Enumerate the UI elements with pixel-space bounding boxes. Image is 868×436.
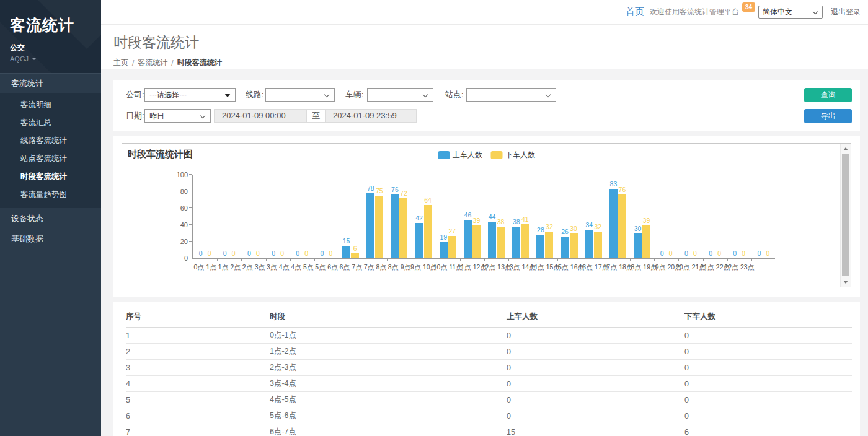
chevron-down-icon — [813, 9, 818, 14]
x-axis-tick-mark — [533, 259, 533, 261]
table-row[interactable]: 76点-7点156 — [126, 424, 852, 436]
table-column-header: 时段 — [270, 312, 507, 322]
x-axis-tick-mark — [290, 259, 291, 261]
sidebar-section[interactable]: 设备状态 — [0, 208, 101, 229]
sidebar-section-passenger-stats[interactable]: 客流统计 — [0, 73, 101, 93]
table-cell: 0 — [507, 380, 684, 388]
table-cell: 0 — [507, 412, 684, 421]
language-select[interactable]: 简体中文 — [758, 6, 823, 19]
sidebar-subitem[interactable]: 客流汇总 — [0, 114, 101, 132]
logout-link[interactable]: 退出登录 — [831, 7, 861, 17]
export-button[interactable]: 导出 — [804, 109, 852, 123]
table-row[interactable]: 54点-5点00 — [126, 392, 852, 408]
content: 公司: ---请选择--- 线路: 车辆: 站点: — [101, 69, 868, 436]
breadcrumb-item: 时段客流统计 — [177, 58, 222, 68]
welcome-text: 欢迎使用客流统计管理平台 — [650, 7, 739, 17]
scroll-up-icon[interactable] — [841, 144, 851, 154]
table-cell: 6 — [684, 428, 852, 436]
chart-box: 时段车流统计图 上车人数下车人数 020406080100000点-1点001点… — [122, 143, 851, 287]
chart-vertical-scrollbar[interactable] — [840, 144, 851, 287]
y-axis-tick-label: 60 — [164, 204, 188, 212]
table-cell: 4点-5点 — [270, 395, 507, 405]
date-preset-select[interactable]: 昨日 — [144, 109, 211, 123]
x-axis-tick-mark — [460, 259, 461, 261]
sidebar-section[interactable]: 基础数据 — [0, 229, 101, 249]
breadcrumb: 主页/客流统计/时段客流统计 — [113, 58, 868, 68]
bar-value-label: 27 — [443, 227, 461, 235]
sidebar-subitem[interactable]: 站点客流统计 — [0, 150, 101, 168]
chart-bar — [545, 232, 553, 258]
table-cell: 5点-6点 — [270, 411, 507, 421]
data-table-panel: 序号时段上车人数下车人数 10点-1点0021点-2点0032点-3点0043点… — [113, 302, 860, 436]
legend-swatch-icon — [438, 151, 450, 159]
sidebar-subitem[interactable]: 客流明细 — [0, 96, 101, 114]
line-select[interactable] — [265, 88, 335, 102]
query-button[interactable]: 查询 — [804, 88, 852, 102]
line-label: 线路: — [246, 88, 264, 102]
home-link[interactable]: 首页 — [626, 6, 644, 18]
scrollbar-thumb[interactable] — [842, 154, 849, 276]
chart-bar — [424, 205, 432, 258]
y-axis-tick-mark — [189, 191, 192, 191]
sidebar-subitem[interactable]: 客流量趋势图 — [0, 186, 101, 204]
table-row[interactable]: 65点-6点00 — [126, 408, 852, 424]
main-area: 首页 欢迎使用客流统计管理平台 34 简体中文 退出登录 时段客流统计 主页/客… — [101, 0, 868, 436]
table-cell: 2 — [126, 347, 270, 356]
chart-bar — [472, 225, 480, 258]
y-axis-tick-label: 100 — [164, 171, 188, 178]
table-column-header: 下车人数 — [684, 312, 852, 322]
language-select-value: 简体中文 — [763, 7, 792, 16]
sidebar-logo-block: 客流统计 公交 AQGJ — [0, 0, 101, 73]
breadcrumb-separator: / — [171, 59, 173, 68]
bar-value-label: 64 — [418, 196, 437, 204]
table-cell: 15 — [507, 428, 684, 436]
scroll-down-icon[interactable] — [841, 277, 851, 287]
x-axis-tick-mark — [776, 259, 776, 261]
x-axis-tick-mark — [484, 259, 485, 261]
x-axis-tick-mark — [606, 259, 606, 261]
chart-bar — [561, 237, 569, 258]
chart-bar — [585, 230, 593, 258]
date-from-input[interactable]: 2024-01-09 00:00 — [214, 109, 307, 123]
breadcrumb-item[interactable]: 客流统计 — [138, 58, 167, 68]
x-axis-tick-mark — [436, 259, 436, 261]
notification-badge[interactable]: 34 — [742, 2, 755, 12]
filter-panel: 公司: ---请选择--- 线路: 车辆: 站点: — [113, 80, 860, 131]
legend-item[interactable]: 下车人数 — [490, 150, 535, 160]
x-axis-tick-mark — [703, 259, 704, 261]
chart-bar — [512, 227, 520, 258]
chart-bar — [618, 194, 626, 258]
date-to-input[interactable]: 2024-01-09 23:59 — [325, 109, 417, 123]
table-cell: 7 — [126, 428, 270, 436]
legend-item[interactable]: 上车人数 — [438, 150, 482, 160]
chart-bar — [464, 220, 472, 258]
company-select-value: ---请选择--- — [149, 90, 187, 99]
legend-swatch-icon — [490, 151, 502, 159]
breadcrumb-item[interactable]: 主页 — [113, 58, 128, 68]
chart-bar — [366, 193, 374, 258]
caret-down-icon — [32, 58, 37, 60]
org-code-dropdown[interactable]: AQGJ — [0, 53, 101, 63]
sidebar-subitem[interactable]: 线路客流统计 — [0, 132, 101, 150]
bar-value-label: 72 — [394, 190, 413, 197]
table-header-row: 序号时段上车人数下车人数 — [126, 307, 852, 328]
table-row[interactable]: 10点-1点00 — [126, 328, 852, 344]
company-select[interactable]: ---请选择--- — [144, 88, 236, 102]
caret-down-icon — [224, 94, 231, 97]
bar-value-label: 32 — [588, 223, 607, 230]
chart-bar — [594, 232, 602, 258]
sidebar-subitem[interactable]: 时段客流统计 — [0, 168, 101, 186]
table-row[interactable]: 32点-3点00 — [126, 360, 852, 376]
chart-bar — [536, 235, 544, 258]
y-axis-tick-label: 80 — [164, 188, 188, 195]
table-cell: 0 — [507, 331, 684, 340]
date-preset-value: 昨日 — [149, 111, 164, 120]
chart-bar — [375, 196, 383, 258]
y-axis-tick-mark — [189, 174, 192, 175]
sidebar: 客流统计 公交 AQGJ 客流统计 客流明细客流汇总线路客流统计站点客流统计时段… — [0, 0, 101, 436]
vehicle-select[interactable] — [367, 88, 433, 102]
x-axis-tick-mark — [241, 259, 242, 261]
table-row[interactable]: 43点-4点00 — [126, 376, 852, 392]
table-row[interactable]: 21点-2点00 — [126, 344, 852, 360]
station-select[interactable] — [466, 88, 556, 102]
